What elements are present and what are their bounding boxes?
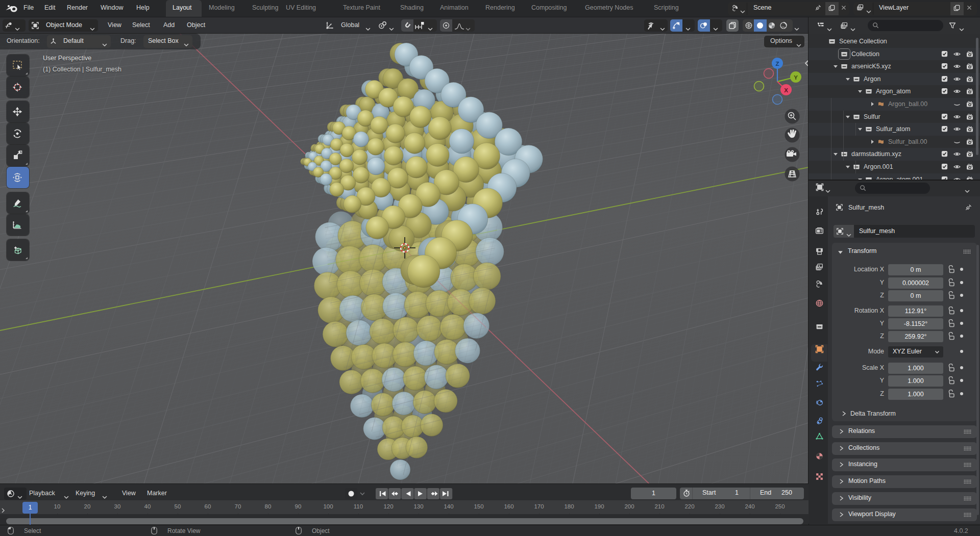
svg-text:X: X <box>784 87 788 93</box>
svg-text:Y: Y <box>794 74 798 81</box>
svg-text:Z: Z <box>775 61 779 67</box>
